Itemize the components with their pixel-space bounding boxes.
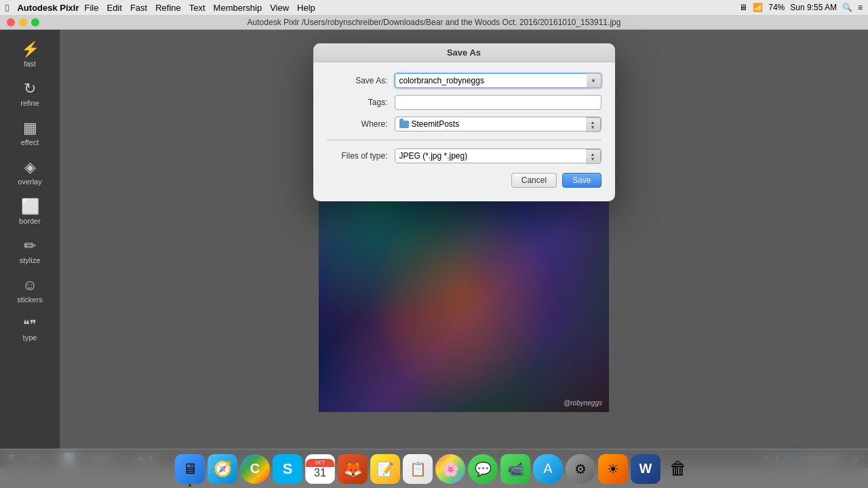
tags-label: Tags: [327,98,388,107]
dock-item-appstore[interactable]: A [533,454,563,484]
dock-item-calendar[interactable]: OCT 31 [305,454,335,484]
sidebar-item-effect[interactable]: ▦ effect [5,115,54,152]
dialog-title-bar: Save As [313,43,615,62]
dock-item-firefox[interactable]: 🦊 [338,454,368,484]
amphetamine-icon: ☀ [607,461,619,477]
maximize-button[interactable] [31,18,39,26]
save-as-input-wrapper: ▼ [395,73,601,88]
dock-item-notes[interactable]: 📝 [370,454,400,484]
refine-icon: ↻ [24,81,36,96]
files-of-type-display[interactable]: JPEG (*.jpg *.jpeg) ▲▼ [395,148,601,163]
tags-row: Tags: [327,95,601,110]
sidebar-item-fast[interactable]: ⚡ fast [5,37,54,73]
window-controls [7,18,39,26]
screen-share-icon: 🖥 [739,3,747,12]
divider [327,140,601,140]
dialog-actions: Cancel Save [327,173,601,188]
dialog-body: Save As: ▼ Tags: Where: SteemitPosts ▲▼ [313,62,615,201]
finder-active-dot [189,484,191,487]
window-title: Autodesk Pixlr /Users/robynschreiber/Dow… [248,18,621,27]
titlebar: Autodesk Pixlr /Users/robynschreiber/Dow… [0,15,868,30]
appstore-icon: A [543,461,552,476]
search-icon[interactable]: 🔍 [842,3,852,12]
where-row: Where: SteemitPosts ▲▼ [327,117,601,131]
sidebar-item-type[interactable]: ❝❞ type [5,312,54,348]
menu-icon[interactable]: ≡ [858,3,863,12]
clock: Sun 9:55 AM [790,3,837,12]
files-of-type-row: Files of type: JPEG (*.jpg *.jpeg) ▲▼ [327,148,601,163]
minimize-button[interactable] [19,18,27,26]
overlay-icon: ◈ [24,160,36,175]
skype-icon: S [283,460,293,478]
app-name[interactable]: Autodesk Pixlr [17,3,79,13]
menu-view[interactable]: View [270,3,289,13]
save-as-arrow-button[interactable]: ▼ [587,73,601,88]
type-icon: ❝❞ [23,319,37,331]
sidebar-item-refine[interactable]: ↻ refine [5,76,54,113]
cancel-button[interactable]: Cancel [511,173,557,188]
sidebar-item-border[interactable]: ⬜ border [5,194,54,230]
dock-item-amphetamine[interactable]: ☀ [598,454,628,484]
dock-item-finder[interactable]: 🖥 [175,454,205,484]
stickers-icon: ☺ [22,278,37,293]
facetime-icon: 📹 [507,461,524,477]
menu-edit[interactable]: Edit [106,3,121,13]
menu-help[interactable]: Help [297,3,315,13]
menu-file[interactable]: File [85,3,99,13]
sidebar-item-label-refine: refine [20,99,39,107]
files-of-type-label: Files of type: [327,151,388,161]
dock: 🖥 🧭 C S OCT 31 🦊 📝 📋 🌸 💬 📹 A ⚙ ☀ [0,449,868,488]
dock-item-chrome[interactable]: C [240,454,270,484]
dock-item-skype[interactable]: S [273,454,302,484]
close-button[interactable] [7,18,15,26]
dock-item-photos[interactable]: 🌸 [435,454,465,484]
sidebar-item-label-stylize: stylize [20,256,41,264]
sidebar-item-label-effect: effect [21,138,39,146]
stylize-icon: ✏ [24,239,36,253]
dock-item-system-preferences[interactable]: ⚙ [566,454,595,484]
photos-icon: 🌸 [442,461,459,477]
where-value: SteemitPosts [412,119,460,129]
dock-item-safari[interactable]: 🧭 [208,454,237,484]
menu-text[interactable]: Text [189,3,205,13]
menu-membership[interactable]: Membership [214,3,262,13]
calendar-icon: 31 [314,467,326,479]
sidebar-item-label-border: border [19,217,41,225]
sidebar-item-stickers[interactable]: ☺ stickers [5,272,54,309]
messages-icon: 💬 [475,461,492,477]
sidebar-item-overlay[interactable]: ◈ overlay [5,155,54,191]
chrome-icon: C [250,461,260,476]
dock-item-messages[interactable]: 💬 [468,454,498,484]
safari-icon: 🧭 [214,460,232,478]
firefox-icon: 🦊 [344,460,362,478]
where-arrows-button[interactable]: ▲▼ [586,117,601,132]
sidebar-item-stylize[interactable]: ✏ stylize [5,233,54,270]
trash-icon: 🗑 [669,458,687,479]
menu-fast[interactable]: Fast [130,3,147,13]
folder-icon [399,121,409,128]
reminders-icon: 📋 [410,461,427,477]
battery-indicator: 74% [768,3,785,12]
save-button[interactable]: Save [562,173,601,188]
dock-item-facetime[interactable]: 📹 [500,454,530,484]
apple-menu[interactable]:  [5,2,9,14]
file-type-arrows-button[interactable]: ▲▼ [586,149,601,164]
menubar-right: 🖥 📶 74% Sun 9:55 AM 🔍 ≡ [739,3,863,12]
save-as-label: Save As: [327,76,388,85]
save-as-row: Save As: ▼ [327,73,601,88]
sidebar-item-label-type: type [23,333,37,342]
word-icon: W [639,461,652,476]
sidebar-item-label-stickers: stickers [17,296,42,304]
dock-item-word[interactable]: W [631,454,660,484]
sidebar-item-label-overlay: overlay [18,178,41,186]
where-display[interactable]: SteemitPosts ▲▼ [395,117,601,131]
notes-icon: 📝 [377,461,394,477]
menu-refine[interactable]: Refine [155,3,181,13]
files-of-type-value: JPEG (*.jpg *.jpeg) [399,151,468,161]
tags-input[interactable] [395,95,601,110]
where-label: Where: [327,119,388,129]
dialog-overlay: Save As Save As: ▼ Tags: Where: [60,30,868,449]
dock-item-trash[interactable]: 🗑 [663,454,693,484]
dock-item-reminders[interactable]: 📋 [403,454,433,484]
save-as-input[interactable] [395,73,601,88]
